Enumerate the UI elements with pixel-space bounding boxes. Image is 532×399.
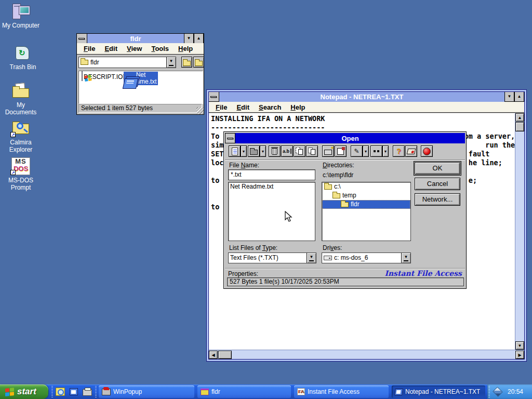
maximize-button[interactable]: ▲ xyxy=(194,34,204,44)
quicklaunch-explorer[interactable] xyxy=(54,386,66,397)
start-button[interactable]: start xyxy=(0,384,48,399)
delete-button[interactable] xyxy=(269,145,281,157)
duplicate-button[interactable] xyxy=(306,145,318,157)
find-button[interactable] xyxy=(370,145,382,157)
menu-edit[interactable]: Edit xyxy=(100,45,122,52)
tray-network-icon[interactable] xyxy=(493,387,502,396)
folder-button[interactable] xyxy=(248,145,260,157)
new-file-dropdown[interactable]: ▼ xyxy=(241,145,247,157)
vertical-scroll-thumb[interactable] xyxy=(515,122,524,131)
menu-search[interactable]: Search xyxy=(254,103,286,111)
system-menu-button[interactable] xyxy=(77,34,87,44)
task-instant-file-access[interactable]: FA Instant File Access xyxy=(294,385,389,398)
file-list[interactable]: Net Readme.txt xyxy=(228,182,315,241)
system-menu-button[interactable] xyxy=(225,133,235,143)
path-combobox[interactable]: fldr ▼ xyxy=(78,57,176,68)
tree-item-root[interactable]: c:\ xyxy=(322,182,410,191)
menu-view[interactable]: View xyxy=(122,45,147,52)
quicklaunch-printer[interactable] xyxy=(81,386,94,397)
fldr-titlebar[interactable]: fldr ▼ ▲ xyxy=(77,34,204,43)
red-dot-icon xyxy=(423,148,431,155)
task-fldr[interactable]: fldr xyxy=(197,385,291,398)
instant-file-access-branding: Instant File Access xyxy=(384,269,462,277)
rename-button[interactable]: a.b xyxy=(281,145,293,157)
menu-help[interactable]: Help xyxy=(286,103,310,111)
open-dialog: Open ▼ ▼ a.b ✎ ▼ ▼ ? File Name: *.txt xyxy=(223,131,467,289)
scroll-left-button[interactable]: ◀ xyxy=(209,351,218,359)
task-winpopup[interactable]: WinPopup xyxy=(99,385,194,398)
menu-edit[interactable]: Edit xyxy=(232,103,254,111)
open-folder-icon xyxy=(341,202,349,207)
resize-grip[interactable] xyxy=(196,107,204,114)
path-combobox-value: fldr xyxy=(90,58,99,68)
directory-tree[interactable]: c:\ temp fldr xyxy=(322,182,411,241)
taskbar-separator xyxy=(95,386,97,397)
folder-dropdown[interactable]: ▼ xyxy=(260,145,266,157)
file-name-input[interactable]: *.txt xyxy=(228,169,315,180)
copy-button[interactable] xyxy=(294,145,305,157)
scroll-down-button[interactable]: ▼ xyxy=(515,341,524,350)
notepad-titlebar[interactable]: Notepad - NETREA~1.TXT ▼ ▲ xyxy=(209,92,524,102)
binoculars-icon xyxy=(373,149,380,154)
edit-pen-dropdown[interactable]: ▼ xyxy=(363,145,369,157)
tree-item-temp[interactable]: temp xyxy=(322,191,410,200)
combobox-dropdown-button[interactable]: ▼ xyxy=(166,57,176,68)
trash-bin-icon: ↻ xyxy=(12,44,33,62)
minimize-button[interactable]: ▼ xyxy=(504,92,514,102)
dialog-title: Open xyxy=(235,134,465,143)
new-file-icon xyxy=(232,148,238,155)
file-list-item[interactable]: Net Readme.txt xyxy=(229,182,315,191)
desktop-icon-my-computer[interactable]: My Computer xyxy=(0,3,42,29)
maximize-button[interactable]: ▲ xyxy=(514,92,524,102)
scroll-up-button[interactable]: ▲ xyxy=(515,113,524,122)
new-folder-button[interactable] xyxy=(193,57,204,68)
desktop-icon-trash-bin[interactable]: ↻ Trash Bin xyxy=(2,44,44,71)
my-computer-icon xyxy=(10,3,31,20)
fldr-file-area[interactable]: DESCRIPT.ION Net Readme.txt xyxy=(78,71,203,104)
drives-combobox[interactable]: c: ms-dos_6 ▼ xyxy=(322,252,411,263)
desktop-icon-my-documents[interactable]: My Documents xyxy=(0,82,42,116)
find-dropdown[interactable]: ▼ xyxy=(382,145,389,157)
ok-button[interactable]: OK xyxy=(415,162,460,175)
file-item-net-readme[interactable]: Net Readme.txt xyxy=(122,72,160,86)
tree-item-fldr-selected[interactable]: fldr xyxy=(322,200,410,209)
menu-tools[interactable]: Tools xyxy=(147,45,174,52)
file-type-combobox[interactable]: Text Files (*.TXT) ▼ xyxy=(228,252,316,263)
menu-help[interactable]: Help xyxy=(174,45,197,52)
horizontal-scrollbar[interactable]: ◀ ▶ xyxy=(209,350,524,359)
task-notepad[interactable]: Notepad - NETREA~1.TXT xyxy=(392,385,485,398)
cancel-button[interactable]: Cancel xyxy=(415,178,460,190)
menu-file[interactable]: File xyxy=(211,103,232,111)
vertical-scrollbar[interactable]: ▲ ▼ xyxy=(515,113,524,350)
properties-value: 527 Bytes 1 file(s) 10/17/2025 20:53PM xyxy=(227,277,464,286)
up-folder-button[interactable] xyxy=(181,57,192,68)
help-button[interactable]: ? xyxy=(393,145,405,157)
my-documents-icon xyxy=(10,82,31,100)
properties-button[interactable] xyxy=(335,145,347,157)
desktop-icon-calmira-explorer[interactable]: ↗ Calmira Explorer xyxy=(0,119,42,153)
open-dialog-titlebar[interactable]: Open xyxy=(225,133,465,143)
make-folder-button[interactable] xyxy=(322,145,334,157)
windows-flag-icon xyxy=(5,388,14,396)
shortcut-arrow-icon: ↗ xyxy=(10,132,16,137)
taskbar-separator xyxy=(51,386,53,397)
horizontal-scroll-thumb[interactable] xyxy=(218,351,232,359)
recycle-glyph: ↻ xyxy=(19,48,25,58)
filter-button[interactable] xyxy=(405,145,417,157)
file-item-description[interactable]: DESCRIPT.ION xyxy=(82,72,120,81)
scroll-right-button[interactable]: ▶ xyxy=(515,351,524,359)
desktop-icon-msdos-prompt[interactable]: MS DOS ↗ MS-DOS Prompt xyxy=(0,157,42,191)
toolbar-separator xyxy=(225,159,465,161)
menu-file[interactable]: File xyxy=(79,45,100,52)
combobox-dropdown-button[interactable]: ▼ xyxy=(401,253,410,263)
combobox-dropdown-button[interactable]: ▼ xyxy=(307,253,316,263)
quicklaunch-notepad[interactable] xyxy=(68,386,80,397)
minimize-button[interactable]: ▼ xyxy=(184,34,194,44)
new-file-button[interactable] xyxy=(229,145,241,157)
network-button[interactable]: Network... xyxy=(415,193,460,206)
open-dialog-toolbar: ▼ ▼ a.b ✎ ▼ ▼ ? xyxy=(225,144,465,158)
system-menu-button[interactable] xyxy=(209,92,219,102)
close-record-button[interactable] xyxy=(421,145,433,157)
edit-pen-button[interactable]: ✎ xyxy=(351,145,363,157)
calmira-explorer-icon: ↗ xyxy=(10,119,31,137)
